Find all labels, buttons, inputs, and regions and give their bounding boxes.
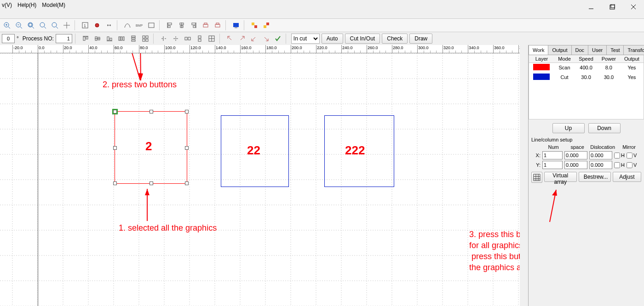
svg-line-16 bbox=[44, 27, 46, 28]
distribute-h-icon[interactable] bbox=[116, 34, 126, 44]
same-height-icon[interactable] bbox=[195, 34, 205, 44]
draw-button[interactable]: Draw bbox=[409, 34, 432, 44]
tab-work[interactable]: Work bbox=[529, 45, 548, 55]
print-icon[interactable] bbox=[201, 20, 211, 30]
align-middle-icon[interactable] bbox=[92, 34, 103, 44]
mirror-h-icon[interactable] bbox=[159, 34, 169, 44]
check-icon[interactable] bbox=[273, 34, 283, 44]
handle-e[interactable] bbox=[185, 146, 189, 150]
th-power: Power bbox=[598, 55, 620, 63]
tab-doc[interactable]: Doc bbox=[571, 45, 589, 55]
arrow-se-icon[interactable] bbox=[261, 34, 271, 44]
handle-ne[interactable] bbox=[185, 110, 189, 113]
tab-transform[interactable]: Transform bbox=[623, 45, 644, 55]
layer-up-button[interactable]: Up bbox=[552, 123, 585, 133]
adjust-button[interactable]: Adjust bbox=[613, 172, 641, 182]
arrow-sw-icon[interactable] bbox=[249, 34, 259, 44]
y-label: Y: bbox=[531, 162, 540, 168]
bestrew-button[interactable]: Bestrew... bbox=[579, 172, 611, 182]
puzzle2-icon[interactable] bbox=[261, 20, 271, 30]
rect-tool-icon[interactable] bbox=[146, 20, 156, 30]
monitor-icon[interactable] bbox=[231, 20, 241, 30]
svg-rect-44 bbox=[83, 37, 85, 40]
graphic-2[interactable]: 22 bbox=[221, 115, 289, 187]
align-center-h-icon[interactable] bbox=[177, 20, 187, 30]
arrow-nw-icon[interactable] bbox=[225, 34, 235, 44]
handle-sw[interactable] bbox=[113, 181, 117, 185]
svg-rect-51 bbox=[110, 38, 112, 40]
th-layer: Layer bbox=[529, 55, 554, 63]
align-right-icon[interactable] bbox=[189, 20, 199, 30]
layer-down-button[interactable]: Down bbox=[588, 123, 621, 133]
align-left-icon[interactable] bbox=[165, 20, 175, 30]
y-mirror-h-checkbox[interactable] bbox=[614, 162, 620, 168]
grid-icon-button[interactable] bbox=[531, 172, 542, 183]
zoom-area-icon[interactable] bbox=[26, 20, 36, 30]
process-index-input[interactable] bbox=[2, 34, 15, 43]
layer-table[interactable]: Layer Mode Speed Power Output Scan400.08… bbox=[529, 55, 644, 82]
x-mirror-h-checkbox[interactable] bbox=[614, 153, 620, 159]
handle-se[interactable] bbox=[185, 181, 189, 185]
svg-rect-57 bbox=[132, 40, 135, 41]
svg-line-18 bbox=[56, 27, 58, 28]
menu-item-model[interactable]: Model(M) bbox=[42, 2, 65, 8]
graphic-3[interactable]: 222 bbox=[324, 115, 394, 187]
zoom-fit-icon[interactable] bbox=[38, 20, 48, 30]
menu-item-view[interactable]: v(V) bbox=[2, 2, 12, 8]
svg-rect-26 bbox=[168, 26, 170, 28]
puzzle1-icon[interactable] bbox=[249, 20, 259, 30]
line-column-setup-label: Line/column setup bbox=[531, 137, 641, 142]
bmp-icon[interactable]: BMP bbox=[134, 20, 144, 30]
process-no-label: Process NO: bbox=[23, 35, 54, 42]
cut-mode-dropdown[interactable]: In cut bbox=[291, 34, 320, 44]
preview-icon[interactable] bbox=[92, 20, 102, 30]
y-space-input[interactable] bbox=[564, 161, 587, 169]
tab-output[interactable]: Output bbox=[548, 45, 571, 55]
table-row[interactable]: Cut30.030.0Yes bbox=[529, 73, 644, 82]
distribute-v-icon[interactable] bbox=[128, 34, 138, 44]
svg-rect-42 bbox=[266, 23, 269, 25]
handle-n[interactable] bbox=[150, 110, 153, 113]
pan-icon[interactable] bbox=[62, 20, 72, 30]
x-space-input[interactable] bbox=[564, 151, 587, 159]
same-width-icon[interactable] bbox=[183, 34, 193, 44]
zoom-all-icon[interactable] bbox=[50, 20, 60, 30]
y-dis-input[interactable] bbox=[589, 161, 612, 169]
x-dis-input[interactable] bbox=[589, 151, 612, 159]
graphic-3-text: 222 bbox=[345, 143, 365, 158]
svg-rect-32 bbox=[193, 26, 196, 28]
zoom-out-icon[interactable] bbox=[14, 20, 24, 30]
y-mirror-v-checkbox[interactable] bbox=[627, 162, 632, 168]
curve-icon[interactable] bbox=[122, 20, 132, 30]
array-copy-icon[interactable] bbox=[140, 34, 150, 44]
check-button[interactable]: Check bbox=[382, 34, 408, 44]
y-num-input[interactable] bbox=[542, 161, 563, 169]
tab-user[interactable]: User bbox=[588, 45, 607, 55]
arrow-ne-icon[interactable] bbox=[237, 34, 247, 44]
svg-rect-53 bbox=[121, 37, 122, 40]
x-num-input[interactable] bbox=[542, 151, 563, 159]
align-bottom-icon[interactable] bbox=[104, 34, 115, 44]
handle-w[interactable] bbox=[113, 146, 117, 150]
auto-button[interactable]: Auto bbox=[322, 34, 343, 44]
handle-nw[interactable] bbox=[113, 110, 117, 113]
align-top-icon[interactable] bbox=[80, 34, 91, 44]
svg-rect-102 bbox=[534, 174, 540, 181]
handle-s[interactable] bbox=[150, 181, 153, 185]
menu-item-help[interactable]: Help(H) bbox=[17, 2, 36, 8]
table-row[interactable]: Scan400.08.0Yes bbox=[529, 63, 644, 73]
x-mirror-v-checkbox[interactable] bbox=[627, 153, 632, 159]
graphic-1-selected[interactable]: 2 bbox=[115, 111, 187, 184]
zoom-in-icon[interactable] bbox=[2, 20, 12, 30]
show-order-icon[interactable]: 1 bbox=[80, 20, 90, 30]
tab-test[interactable]: Test bbox=[606, 45, 624, 55]
mirror-v-icon[interactable] bbox=[171, 34, 181, 44]
graphic-2-text: 22 bbox=[247, 143, 260, 158]
virtual-array-button[interactable]: Virtual array bbox=[544, 172, 577, 182]
cut-in-out-button[interactable]: Cut In/Out bbox=[345, 34, 380, 44]
link-icon[interactable] bbox=[104, 20, 114, 30]
grid-4-icon[interactable] bbox=[207, 34, 217, 44]
print2-icon[interactable] bbox=[213, 20, 223, 30]
process-no-input[interactable] bbox=[56, 34, 72, 43]
drawing-canvas[interactable]: 2 22 222 2. press two buttons 1. selecte… bbox=[0, 53, 520, 306]
